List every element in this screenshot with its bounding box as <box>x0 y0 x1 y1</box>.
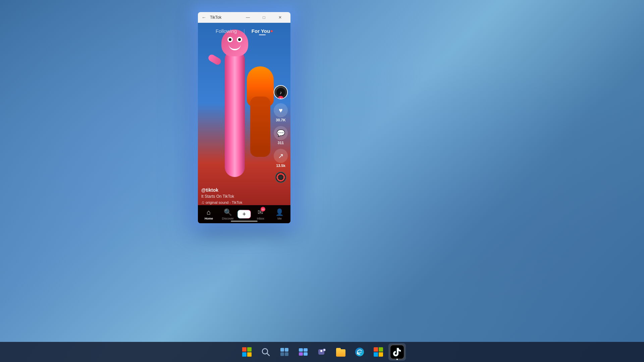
edge-button[interactable] <box>351 343 368 361</box>
vinyl-icon <box>275 172 286 183</box>
svg-rect-11 <box>304 352 308 356</box>
music-note-icon: ♫ <box>201 200 204 205</box>
video-info-overlay: @tiktok It Starts On TikTok ♫ original s… <box>201 187 272 205</box>
eye-right <box>237 37 242 42</box>
svg-rect-9 <box>304 348 308 352</box>
svg-rect-5 <box>285 348 288 352</box>
arm-left <box>207 53 222 66</box>
snap-layouts-icon <box>299 348 308 356</box>
tiktok-taskbar-icon <box>390 345 405 359</box>
heart-icon: ♥ <box>274 103 288 117</box>
close-button[interactable]: ✕ <box>272 12 288 23</box>
maximize-button[interactable]: □ <box>256 12 272 23</box>
teams-icon <box>317 347 327 357</box>
svg-line-3 <box>267 353 269 356</box>
svg-rect-6 <box>280 352 284 356</box>
tiktok-avatar-icon: ♪ <box>276 87 285 97</box>
svg-text:♪: ♪ <box>280 90 282 95</box>
window-title: TikTok <box>210 15 237 20</box>
svg-rect-8 <box>299 348 303 352</box>
me-nav-item[interactable]: 👤 Me <box>270 207 289 222</box>
discover-icon: 🔍 <box>224 208 232 216</box>
video-sound: ♫ original sound - TikTok <box>201 200 272 205</box>
task-view-icon <box>280 347 289 357</box>
creator-avatar[interactable]: ♪ + <box>274 85 288 99</box>
home-nav-item[interactable]: ⌂ Home <box>199 207 218 222</box>
home-icon: ⌂ <box>207 208 211 216</box>
start-button[interactable] <box>238 343 256 361</box>
inbox-badge: 11 <box>261 207 265 212</box>
title-bar: ← TikTok — □ ✕ <box>198 12 290 23</box>
create-button[interactable]: + <box>237 210 251 219</box>
comment-button[interactable]: 💬 311 <box>274 126 288 145</box>
plus-icon: + <box>243 211 246 218</box>
share-icon: ↗ <box>274 149 288 163</box>
minimize-button[interactable]: — <box>240 12 256 23</box>
edge-icon <box>355 347 364 357</box>
comments-count: 311 <box>278 141 284 145</box>
inbox-icon: ✉ 11 <box>258 208 263 216</box>
svg-rect-7 <box>285 352 288 356</box>
tube-body <box>225 50 245 177</box>
taskbar <box>0 342 644 362</box>
live-indicator <box>271 30 273 32</box>
discover-nav-item[interactable]: 🔍 Discover <box>218 207 237 222</box>
microsoft-store-icon <box>374 347 383 357</box>
svg-point-13 <box>320 350 322 352</box>
tiktok-window: ← TikTok — □ ✕ <box>198 12 290 223</box>
eye-left <box>227 37 233 42</box>
me-nav-label: Me <box>277 217 282 220</box>
task-view-button[interactable] <box>276 343 293 361</box>
shares-count: 13.5k <box>276 164 285 168</box>
svg-point-15 <box>324 349 325 351</box>
svg-rect-10 <box>299 352 303 356</box>
nav-separator: | <box>244 28 245 34</box>
me-icon: 👤 <box>275 208 284 216</box>
follow-button[interactable]: + <box>278 96 283 99</box>
sound-button[interactable] <box>275 172 286 183</box>
desktop <box>0 0 644 362</box>
file-explorer-button[interactable] <box>332 343 350 361</box>
svg-rect-4 <box>280 348 284 352</box>
windows-icon <box>242 347 252 357</box>
snap-layouts-button[interactable] <box>294 343 312 361</box>
home-indicator <box>231 221 258 222</box>
svg-point-16 <box>355 348 364 356</box>
window-controls: — □ ✕ <box>240 12 288 23</box>
following-tab[interactable]: Following <box>216 28 237 34</box>
microsoft-store-button[interactable] <box>370 343 387 361</box>
home-nav-label: Home <box>205 217 213 220</box>
likes-count: 30.7K <box>276 118 285 122</box>
back-button[interactable]: ← <box>201 14 207 21</box>
search-icon <box>261 347 270 357</box>
for-you-tab[interactable]: For You <box>252 28 273 34</box>
like-button[interactable]: ♥ 30.7K <box>274 103 288 122</box>
app-content: Following | For You ♪ + ♥ <box>198 23 290 223</box>
file-explorer-icon <box>336 347 345 357</box>
plus-button-inner: + <box>237 210 251 219</box>
top-navigation: Following | For You <box>198 23 290 37</box>
share-button[interactable]: ↗ 13.5k <box>274 149 288 168</box>
search-button[interactable] <box>257 343 274 361</box>
discover-nav-label: Discover <box>222 217 234 220</box>
tiktok-taskbar-button[interactable] <box>388 343 406 361</box>
teams-button[interactable] <box>313 343 331 361</box>
tiktok-logo-icon <box>393 347 401 357</box>
side-actions: ♪ + ♥ 30.7K 💬 311 ↗ 13.5k <box>274 85 288 183</box>
orange-body <box>250 97 270 157</box>
inbox-nav-label: Inbox <box>257 217 264 220</box>
smile <box>229 44 241 50</box>
comment-icon: 💬 <box>274 126 288 140</box>
video-username[interactable]: @tiktok <box>201 187 272 193</box>
inbox-nav-item[interactable]: ✉ 11 Inbox <box>251 207 270 222</box>
video-description: It Starts On TikTok <box>201 194 272 199</box>
